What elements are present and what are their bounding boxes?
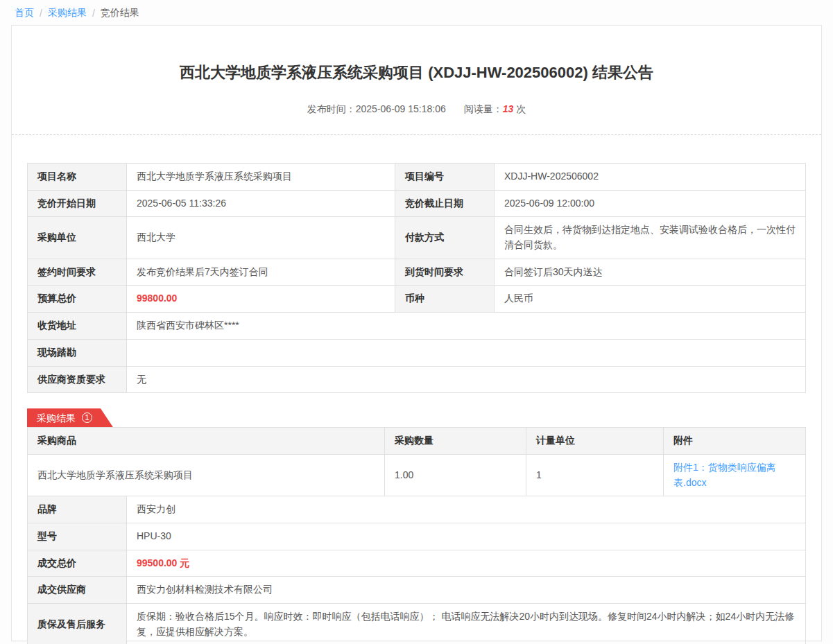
read-count-value: 13 bbox=[503, 103, 514, 114]
field-label: 型号 bbox=[28, 523, 127, 550]
field-label: 竞价截止日期 bbox=[395, 190, 495, 217]
budget-total-value: 99800.00 bbox=[127, 286, 395, 313]
table-row: 签约时间要求 发布竞价结果后7天内签订合同 到货时间要求 合同签订后30天内送达 bbox=[28, 259, 806, 286]
field-label: 收货地址 bbox=[28, 313, 127, 340]
field-label: 供应商资质要求 bbox=[28, 366, 127, 393]
breadcrumb-procurement-results-link[interactable]: 采购结果 bbox=[48, 7, 87, 19]
table-row: 项目名称 西北大学地质学系液压系统采购项目 项目编号 XDJJ-HW-20250… bbox=[28, 164, 806, 191]
table-row: 供应商资质要求 无 bbox=[28, 366, 806, 393]
unit-cell: 1 bbox=[526, 454, 664, 496]
column-header: 计量单位 bbox=[526, 428, 664, 455]
breadcrumb-separator: / bbox=[40, 8, 42, 19]
field-value: 陕西省西安市碑林区**** bbox=[127, 313, 806, 340]
deal-total-price-value: 99500.00 元 bbox=[127, 550, 806, 577]
announcement-card: 西北大学地质学系液压系统采购项目 (XDJJ-HW-202506002) 结果公… bbox=[11, 25, 822, 641]
table-header-row: 采购商品 采购数量 计量单位 附件 bbox=[28, 428, 806, 455]
field-label: 竞价开始日期 bbox=[28, 190, 127, 217]
field-value: 合同生效后，待货物到达指定地点、安装调试验收合格后，一次性付清合同货款。 bbox=[495, 217, 806, 259]
badge-count: 1 bbox=[82, 412, 92, 423]
field-label: 质保及售后服务 bbox=[28, 604, 127, 644]
column-header: 采购数量 bbox=[385, 428, 526, 455]
column-header: 附件 bbox=[664, 428, 806, 455]
table-row: 现场踏勘 bbox=[28, 339, 806, 366]
read-count-unit: 次 bbox=[516, 103, 526, 114]
table-row: 采购单位 西北大学 付款方式 合同生效后，待货物到达指定地点、安装调试验收合格后… bbox=[28, 217, 806, 259]
field-value: 无 bbox=[127, 366, 806, 393]
field-value: 2025-06-05 11:33:26 bbox=[127, 190, 395, 217]
field-label: 采购单位 bbox=[28, 217, 127, 259]
field-label: 成交总价 bbox=[28, 550, 127, 577]
field-label: 到货时间要求 bbox=[395, 259, 495, 286]
field-label: 项目名称 bbox=[28, 164, 127, 191]
project-info-table: 项目名称 西北大学地质学系液压系统采购项目 项目编号 XDJJ-HW-20250… bbox=[27, 163, 806, 393]
breadcrumb-current-item: 竞价结果 bbox=[101, 7, 139, 19]
field-value bbox=[127, 339, 806, 366]
field-label: 币种 bbox=[395, 286, 495, 313]
read-count-label: 阅读量： bbox=[464, 103, 503, 114]
field-value: 合同签订后30天内送达 bbox=[495, 259, 806, 286]
field-value: 发布竞价结果后7天内签订合同 bbox=[127, 259, 395, 286]
field-value: 西北大学地质学系液压系统采购项目 bbox=[127, 164, 395, 191]
publish-time-value: 2025-06-09 15:18:06 bbox=[356, 103, 446, 114]
page-title: 西北大学地质学系液压系统采购项目 (XDJJ-HW-202506002) 结果公… bbox=[12, 62, 821, 83]
field-value: 西北大学 bbox=[127, 217, 395, 259]
field-label: 项目编号 bbox=[395, 164, 495, 191]
table-row: 竞价开始日期 2025-06-05 11:33:26 竞价截止日期 2025-0… bbox=[28, 190, 806, 217]
quantity-cell: 1.00 bbox=[385, 454, 526, 496]
field-value: 质保期：验收合格后15个月。响应时效：即时响应（包括电话响应）； 电话响应无法解… bbox=[127, 604, 806, 644]
field-value: 2025-06-09 12:00:00 bbox=[495, 190, 806, 217]
product-row: 西北大学地质学系液压系统采购项目 1.00 1 附件1：货物类响应偏离表.doc… bbox=[28, 454, 806, 496]
dashed-divider bbox=[12, 134, 821, 135]
field-value: 人民币 bbox=[495, 286, 806, 313]
procurement-result-table: 采购商品 采购数量 计量单位 附件 西北大学地质学系液压系统采购项目 1.00 … bbox=[27, 427, 806, 644]
field-value: 西安力创材料检测技术有限公司 bbox=[127, 577, 806, 604]
table-row: 成交总价 99500.00 元 bbox=[28, 550, 806, 577]
attachment-cell: 附件1：货物类响应偏离表.docx bbox=[664, 454, 806, 496]
field-label: 预算总价 bbox=[28, 286, 127, 313]
product-name-cell: 西北大学地质学系液压系统采购项目 bbox=[28, 454, 385, 496]
field-label: 付款方式 bbox=[395, 217, 495, 259]
badge-label: 采购结果 bbox=[37, 413, 76, 423]
column-header: 采购商品 bbox=[28, 428, 385, 455]
table-row: 品牌 西安力创 bbox=[28, 496, 806, 523]
content-area: 项目名称 西北大学地质学系液压系统采购项目 项目编号 XDJJ-HW-20250… bbox=[12, 163, 821, 644]
field-label: 品牌 bbox=[28, 496, 127, 523]
field-value: XDJJ-HW-202506002 bbox=[495, 164, 806, 191]
publish-meta: 发布时间：2025-06-09 15:18:06阅读量：13 次 bbox=[12, 103, 821, 116]
table-row: 收货地址 陕西省西安市碑林区**** bbox=[28, 313, 806, 340]
table-row: 质保及售后服务 质保期：验收合格后15个月。响应时效：即时响应（包括电话响应）；… bbox=[28, 604, 806, 644]
procurement-result-badge: 采购结果 1 bbox=[27, 408, 113, 427]
table-row: 成交供应商 西安力创材料检测技术有限公司 bbox=[28, 577, 806, 604]
breadcrumb: 首页 / 采购结果 / 竞价结果 bbox=[0, 0, 833, 25]
breadcrumb-separator: / bbox=[92, 8, 95, 19]
field-value: 西安力创 bbox=[127, 496, 806, 523]
breadcrumb-home-link[interactable]: 首页 bbox=[15, 7, 34, 19]
field-label: 签约时间要求 bbox=[28, 259, 127, 286]
table-row: 型号 HPU-30 bbox=[28, 523, 806, 550]
table-row: 预算总价 99800.00 币种 人民币 bbox=[28, 286, 806, 313]
field-label: 现场踏勘 bbox=[28, 339, 127, 366]
publish-time-label: 发布时间： bbox=[307, 103, 356, 114]
field-label: 成交供应商 bbox=[28, 577, 127, 604]
attachment-link[interactable]: 附件1：货物类响应偏离表.docx bbox=[673, 462, 776, 488]
field-value: HPU-30 bbox=[127, 523, 806, 550]
